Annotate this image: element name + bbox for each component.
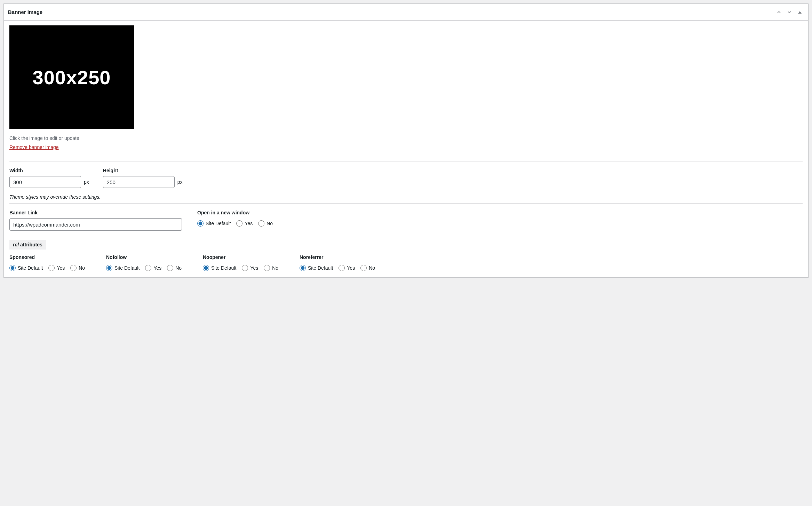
noopener-group: Noopener Site Default Yes No bbox=[203, 254, 286, 271]
noopener-default-radio[interactable] bbox=[203, 265, 209, 271]
metabox-header: Banner Image bbox=[4, 4, 808, 21]
separator bbox=[9, 203, 803, 204]
height-field-group: Height px bbox=[103, 168, 183, 188]
noreferrer-yes-label: Yes bbox=[347, 265, 355, 271]
new-window-no-label: No bbox=[266, 221, 273, 226]
new-window-label: Open in a new window bbox=[197, 210, 273, 215]
height-label: Height bbox=[103, 168, 183, 173]
rel-badge-prefix: rel bbox=[13, 242, 19, 247]
svg-marker-0 bbox=[798, 11, 802, 14]
metabox-actions bbox=[775, 8, 804, 16]
link-row: Banner Link Open in a new window Site De… bbox=[9, 210, 803, 231]
nofollow-yes-option[interactable]: Yes bbox=[145, 265, 161, 271]
nofollow-yes-label: Yes bbox=[153, 265, 161, 271]
sponsored-default-radio[interactable] bbox=[9, 265, 16, 271]
width-input-wrap: px bbox=[9, 176, 89, 188]
nofollow-default-label: Site Default bbox=[114, 265, 140, 271]
rel-attributes-badge: rel attributes bbox=[9, 240, 46, 250]
new-window-radio-row: Site Default Yes No bbox=[197, 220, 273, 227]
rel-badge-word: attributes bbox=[20, 242, 42, 247]
noopener-yes-option[interactable]: Yes bbox=[242, 265, 258, 271]
nofollow-yes-radio[interactable] bbox=[145, 265, 151, 271]
width-unit: px bbox=[84, 179, 89, 185]
metabox-title: Banner Image bbox=[8, 9, 42, 15]
chevron-up-icon bbox=[776, 9, 782, 15]
banner-link-field-group: Banner Link bbox=[9, 210, 183, 231]
noreferrer-default-radio[interactable] bbox=[300, 265, 306, 271]
sponsored-yes-option[interactable]: Yes bbox=[48, 265, 65, 271]
nofollow-radio-row: Site Default Yes No bbox=[106, 265, 189, 271]
chevron-down-icon bbox=[787, 9, 792, 15]
sponsored-default-label: Site Default bbox=[18, 265, 43, 271]
noopener-default-option[interactable]: Site Default bbox=[203, 265, 236, 271]
new-window-yes-option[interactable]: Yes bbox=[236, 220, 253, 227]
toggle-panel-button[interactable] bbox=[796, 8, 804, 16]
move-down-button[interactable] bbox=[785, 8, 794, 16]
width-field-group: Width px bbox=[9, 168, 89, 188]
noreferrer-default-label: Site Default bbox=[308, 265, 333, 271]
banner-image-preview[interactable]: 300x250 bbox=[9, 25, 134, 129]
nofollow-label: Nofollow bbox=[106, 254, 189, 260]
sponsored-no-label: No bbox=[79, 265, 85, 271]
new-window-default-radio[interactable] bbox=[197, 220, 204, 227]
new-window-yes-radio[interactable] bbox=[236, 220, 242, 227]
sponsored-group: Sponsored Site Default Yes No bbox=[9, 254, 92, 271]
noreferrer-yes-option[interactable]: Yes bbox=[339, 265, 355, 271]
sponsored-no-option[interactable]: No bbox=[70, 265, 85, 271]
noreferrer-group: Noreferrer Site Default Yes No bbox=[300, 254, 382, 271]
noreferrer-default-option[interactable]: Site Default bbox=[300, 265, 333, 271]
noopener-no-option[interactable]: No bbox=[264, 265, 278, 271]
noopener-label: Noopener bbox=[203, 254, 286, 260]
new-window-yes-label: Yes bbox=[245, 221, 253, 226]
noopener-yes-radio[interactable] bbox=[242, 265, 248, 271]
banner-image-metabox: Banner Image 300x250 Click the image to … bbox=[3, 3, 809, 278]
noreferrer-radio-row: Site Default Yes No bbox=[300, 265, 382, 271]
sponsored-radio-row: Site Default Yes No bbox=[9, 265, 92, 271]
theme-override-note: Theme styles may override these settings… bbox=[9, 194, 803, 200]
noopener-yes-label: Yes bbox=[250, 265, 258, 271]
noopener-no-radio[interactable] bbox=[264, 265, 270, 271]
new-window-field-group: Open in a new window Site Default Yes No bbox=[197, 210, 273, 231]
width-input[interactable] bbox=[9, 176, 81, 188]
banner-link-label: Banner Link bbox=[9, 210, 183, 215]
noopener-radio-row: Site Default Yes No bbox=[203, 265, 286, 271]
new-window-no-radio[interactable] bbox=[258, 220, 264, 227]
sponsored-no-radio[interactable] bbox=[70, 265, 77, 271]
new-window-no-option[interactable]: No bbox=[258, 220, 273, 227]
dimensions-row: Width px Height px bbox=[9, 168, 803, 188]
noreferrer-no-option[interactable]: No bbox=[360, 265, 375, 271]
noopener-no-label: No bbox=[272, 265, 278, 271]
new-window-default-label: Site Default bbox=[206, 221, 231, 226]
height-input-wrap: px bbox=[103, 176, 183, 188]
noreferrer-no-label: No bbox=[369, 265, 375, 271]
sponsored-yes-label: Yes bbox=[57, 265, 65, 271]
height-input[interactable] bbox=[103, 176, 175, 188]
sponsored-default-option[interactable]: Site Default bbox=[9, 265, 43, 271]
separator bbox=[9, 161, 803, 161]
nofollow-group: Nofollow Site Default Yes No bbox=[106, 254, 189, 271]
edit-image-hint: Click the image to edit or update bbox=[9, 135, 803, 141]
rel-attributes-row: Sponsored Site Default Yes No bbox=[9, 254, 803, 271]
new-window-default-option[interactable]: Site Default bbox=[197, 220, 231, 227]
noopener-default-label: Site Default bbox=[211, 265, 236, 271]
nofollow-default-radio[interactable] bbox=[106, 265, 112, 271]
remove-banner-link[interactable]: Remove banner image bbox=[9, 144, 59, 150]
triangle-up-icon bbox=[798, 10, 802, 14]
sponsored-yes-radio[interactable] bbox=[48, 265, 55, 271]
nofollow-no-option[interactable]: No bbox=[167, 265, 182, 271]
banner-link-input[interactable] bbox=[9, 218, 182, 231]
sponsored-label: Sponsored bbox=[9, 254, 92, 260]
nofollow-no-label: No bbox=[175, 265, 182, 271]
metabox-body: 300x250 Click the image to edit or updat… bbox=[4, 21, 808, 277]
width-label: Width bbox=[9, 168, 89, 173]
noreferrer-label: Noreferrer bbox=[300, 254, 382, 260]
move-up-button[interactable] bbox=[775, 8, 783, 16]
noreferrer-yes-radio[interactable] bbox=[339, 265, 345, 271]
nofollow-no-radio[interactable] bbox=[167, 265, 173, 271]
nofollow-default-option[interactable]: Site Default bbox=[106, 265, 140, 271]
height-unit: px bbox=[177, 179, 183, 185]
banner-placeholder-text: 300x250 bbox=[32, 66, 111, 89]
noreferrer-no-radio[interactable] bbox=[360, 265, 367, 271]
